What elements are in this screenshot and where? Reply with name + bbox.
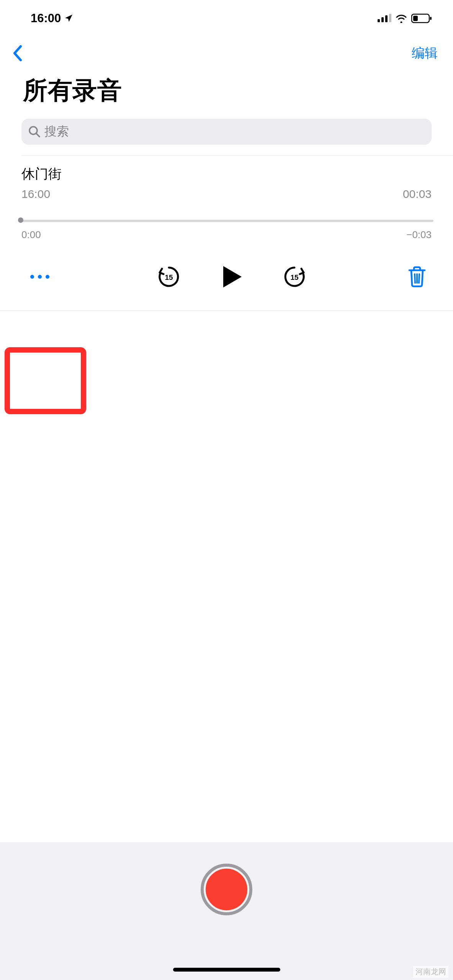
delete-button[interactable] bbox=[408, 266, 428, 287]
scrubber-labels: 0:00 −0:03 bbox=[21, 229, 432, 241]
more-options-button[interactable] bbox=[25, 267, 55, 286]
record-button-inner bbox=[206, 869, 247, 910]
wifi-icon bbox=[395, 14, 407, 23]
search-icon bbox=[28, 126, 41, 138]
status-bar: 16:00 bbox=[0, 0, 453, 36]
recording-item[interactable]: 休门街 16:00 00:03 0:00 −0:03 15 bbox=[0, 156, 453, 310]
location-icon bbox=[64, 14, 73, 23]
svg-text:15: 15 bbox=[290, 273, 299, 281]
svg-rect-2 bbox=[385, 15, 388, 22]
search-wrap: 搜索 bbox=[0, 119, 453, 155]
chevron-left-icon bbox=[12, 45, 23, 62]
home-indicator[interactable] bbox=[173, 968, 280, 972]
ellipsis-dot bbox=[30, 275, 34, 279]
svg-rect-0 bbox=[378, 19, 380, 22]
skip-forward-15-icon: 15 bbox=[284, 265, 305, 288]
watermark: 河南龙网 bbox=[413, 966, 448, 978]
svg-rect-1 bbox=[381, 17, 384, 22]
svg-rect-3 bbox=[389, 14, 391, 22]
play-icon bbox=[218, 263, 245, 291]
svg-text:15: 15 bbox=[165, 273, 173, 281]
center-controls: 15 15 bbox=[158, 263, 305, 291]
page-title: 所有录音 bbox=[0, 70, 453, 119]
skip-forward-button[interactable]: 15 bbox=[284, 266, 305, 287]
play-button[interactable] bbox=[218, 263, 245, 291]
svg-line-8 bbox=[36, 134, 39, 137]
svg-rect-5 bbox=[413, 16, 418, 21]
scrubber-start: 0:00 bbox=[21, 229, 41, 241]
ellipsis-dot bbox=[38, 275, 42, 279]
status-icons bbox=[378, 13, 432, 23]
search-input[interactable]: 搜索 bbox=[21, 119, 432, 145]
divider bbox=[0, 310, 453, 311]
nav-bar: 编辑 bbox=[0, 36, 453, 70]
playback-scrubber[interactable] bbox=[20, 220, 433, 222]
back-button[interactable] bbox=[12, 45, 23, 62]
recording-meta: 16:00 00:03 bbox=[21, 188, 432, 201]
svg-line-13 bbox=[419, 274, 419, 283]
playback-controls: 15 15 bbox=[21, 241, 432, 310]
recording-time: 16:00 bbox=[21, 188, 50, 201]
annotation-highlight bbox=[5, 347, 86, 414]
scrubber-end: −0:03 bbox=[406, 229, 432, 241]
record-area bbox=[0, 842, 453, 980]
ellipsis-dot bbox=[46, 275, 49, 279]
svg-rect-6 bbox=[430, 17, 432, 20]
skip-back-button[interactable]: 15 bbox=[158, 266, 180, 287]
recording-duration: 00:03 bbox=[403, 188, 432, 201]
trash-icon bbox=[408, 266, 426, 287]
edit-button[interactable]: 编辑 bbox=[412, 44, 441, 62]
battery-icon bbox=[411, 13, 432, 23]
scrubber-thumb[interactable] bbox=[18, 217, 23, 223]
search-placeholder: 搜索 bbox=[44, 123, 69, 140]
status-time: 16:00 bbox=[31, 11, 73, 25]
recording-name: 休门街 bbox=[21, 165, 432, 183]
svg-line-11 bbox=[415, 274, 415, 283]
record-button[interactable] bbox=[201, 864, 252, 915]
cellular-icon bbox=[378, 14, 391, 23]
skip-back-15-icon: 15 bbox=[158, 265, 180, 288]
scrubber-track bbox=[20, 220, 433, 222]
status-time-text: 16:00 bbox=[31, 11, 61, 25]
